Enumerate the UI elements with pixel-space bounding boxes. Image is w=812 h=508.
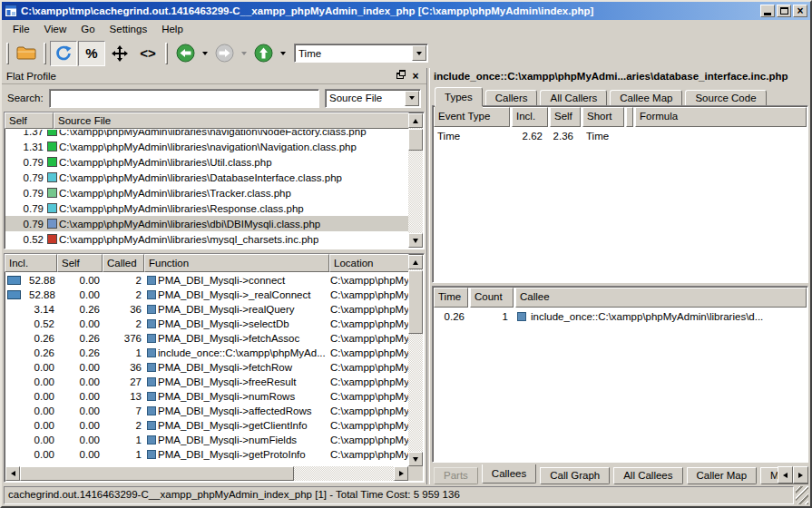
back-dropdown-button[interactable] xyxy=(200,41,210,66)
scrollbar-thumb[interactable] xyxy=(20,466,294,481)
forward-dropdown-button[interactable] xyxy=(239,41,249,66)
tab-source-code[interactable]: Source Code xyxy=(685,90,766,105)
source-file-row[interactable]: 0.79 C:\xampp\phpMyAdmin\libraries\Util.… xyxy=(5,154,408,170)
toolbar-handle-3[interactable] xyxy=(165,43,168,64)
function-row[interactable]: 52.88 0.00 2 PMA_DBI_Mysqli->connect C:\… xyxy=(5,273,408,288)
forward-button[interactable] xyxy=(210,41,238,66)
column-header-incl[interactable]: Incl. xyxy=(5,254,57,272)
detect-cycles-button[interactable] xyxy=(50,41,77,66)
scrollbar-thumb[interactable] xyxy=(408,270,423,334)
source-file-row[interactable]: 0.52 C:\xampp\phpMyAdmin\libraries\mysql… xyxy=(5,231,408,247)
source-file-row[interactable]: 1.37 C:\xampp\phpMyAdmin\libraries\navig… xyxy=(5,130,408,139)
column-header-function[interactable]: Function xyxy=(144,254,329,272)
toolbar-handle[interactable] xyxy=(6,43,9,64)
source-path: C:\xampp\phpMyAdmin\libraries\DatabaseIn… xyxy=(59,172,342,183)
function-row[interactable]: 0.52 0.00 2 PMA_DBI_Mysqli->selectDb C:\… xyxy=(5,317,408,331)
toolbar-handle-2[interactable] xyxy=(44,43,46,64)
column-header-location[interactable]: Location xyxy=(329,254,409,272)
function-row[interactable]: 52.88 0.00 2 PMA_DBI_Mysqli->_realConnec… xyxy=(5,288,408,302)
move-arrows-button[interactable] xyxy=(106,41,133,66)
vertical-scrollbar[interactable] xyxy=(408,113,423,248)
horizontal-scrollbar[interactable] xyxy=(5,466,408,481)
back-button[interactable] xyxy=(171,41,199,66)
function-row[interactable]: 0.00 0.00 7 PMA_DBI_Mysqli->affectedRows… xyxy=(5,404,408,418)
scroll-up-button[interactable] xyxy=(408,255,423,269)
column-header-self[interactable]: Self xyxy=(57,254,103,272)
column-header-callee[interactable]: Callee xyxy=(515,288,807,308)
resize-grip[interactable] xyxy=(796,486,808,504)
tab-parts[interactable]: Parts xyxy=(434,467,478,484)
column-header-self[interactable]: Self xyxy=(5,112,54,129)
scroll-down-button[interactable] xyxy=(408,452,423,466)
call-count: 1 xyxy=(468,311,512,322)
function-row[interactable]: 0.00 0.00 13 PMA_DBI_Mysqli->numRows C:\… xyxy=(5,389,408,404)
function-row[interactable]: 0.00 0.00 1 PMA_DBI_Mysqli->getProtoInfo… xyxy=(5,447,408,462)
combo-dropdown-button[interactable] xyxy=(405,91,419,106)
source-file-row[interactable]: 0.79 C:\xampp\phpMyAdmin\libraries\Respo… xyxy=(5,200,408,216)
function-row[interactable]: 0.26 0.26 1 include_once::C:\xampp\phpMy… xyxy=(5,346,408,360)
scroll-right-button[interactable] xyxy=(394,466,408,481)
incl-cost: 0.00 xyxy=(5,449,58,460)
function-row[interactable]: 0.00 0.00 27 PMA_DBI_Mysqli->freeResult … xyxy=(5,375,408,389)
tab-all-callers[interactable]: All Callers xyxy=(540,90,607,105)
source-file-row[interactable]: 0.79 C:\xampp\phpMyAdmin\libraries\Track… xyxy=(5,185,408,200)
relative-percent-button[interactable]: % xyxy=(78,41,105,66)
menu-go[interactable]: Go xyxy=(73,22,102,36)
title-bar[interactable]: C:\xampp\tmp\cachegrind.out.1416463299-C… xyxy=(2,2,810,20)
scroll-down-button[interactable] xyxy=(408,233,423,248)
source-file-row[interactable]: 0.79 C:\xampp\phpMyAdmin\libraries\Datab… xyxy=(5,170,408,185)
function-row[interactable]: 0.00 0.00 2 PMA_DBI_Mysqli->getClientInf… xyxy=(5,418,408,433)
column-header-short[interactable]: Short xyxy=(582,107,624,127)
tab-types[interactable]: Types xyxy=(435,87,483,106)
event-type-combo[interactable]: Time xyxy=(294,44,428,63)
column-header-formula[interactable]: Formula xyxy=(635,107,807,127)
menu-help[interactable]: Help xyxy=(154,22,191,36)
tab-all-callees[interactable]: All Callees xyxy=(613,467,682,484)
function-row[interactable]: 0.00 0.00 1 PMA_DBI_Mysqli->numFields C:… xyxy=(5,433,408,447)
open-file-button[interactable] xyxy=(13,41,40,66)
tab-callee-map[interactable]: Callee Map xyxy=(610,90,682,105)
tab-scroll-right-button[interactable] xyxy=(793,466,808,484)
column-header-time[interactable]: Time xyxy=(434,288,468,308)
up-dropdown-button[interactable] xyxy=(278,41,288,66)
function-row[interactable]: 0.00 0.00 36 PMA_DBI_Mysqli->fetchRow C:… xyxy=(5,360,408,375)
function-row[interactable]: 0.26 0.26 376 PMA_DBI_Mysqli->fetchAssoc… xyxy=(5,331,408,346)
column-header-incl[interactable]: Incl. xyxy=(512,107,548,127)
shorten-templates-button[interactable]: <> xyxy=(134,41,161,66)
source-file-row[interactable]: 0.52 C:\xampp\phpMyAdmin\libraries\user_… xyxy=(5,247,408,248)
menu-settings[interactable]: Settings xyxy=(103,22,155,36)
column-header-event-type[interactable]: Event Type xyxy=(434,107,510,127)
grouping-combo[interactable]: Source File xyxy=(325,89,421,108)
maximize-button[interactable] xyxy=(777,5,791,17)
tab-call-graph[interactable]: Call Graph xyxy=(540,467,610,484)
column-header-self[interactable]: Self xyxy=(550,107,581,127)
column-header-called[interactable]: Called xyxy=(103,254,144,272)
source-file-row[interactable]: 1.31 C:\xampp\phpMyAdmin\libraries\navig… xyxy=(5,139,408,154)
scrollbar-thumb[interactable] xyxy=(408,129,423,151)
menu-view[interactable]: View xyxy=(37,22,74,36)
source-file-row-selected[interactable]: 0.79 C:\xampp\phpMyAdmin\libraries\dbi\D… xyxy=(5,216,408,231)
vertical-scrollbar[interactable] xyxy=(408,255,423,466)
tab-caller-map[interactable]: Caller Map xyxy=(687,467,758,484)
self-cost: 1.31 xyxy=(5,142,47,152)
tab-callers[interactable]: Callers xyxy=(485,90,538,105)
tab-scroll-left-button[interactable] xyxy=(778,466,793,484)
column-header-source-file[interactable]: Source File xyxy=(54,112,409,129)
event-type-row[interactable]: Time 2.62 2.36 Time xyxy=(433,128,807,144)
combo-dropdown-button[interactable] xyxy=(412,45,426,61)
up-button[interactable] xyxy=(249,41,277,66)
float-dock-button[interactable] xyxy=(394,70,406,82)
scroll-up-button[interactable] xyxy=(408,113,423,128)
close-button[interactable]: × xyxy=(793,5,807,17)
function-row[interactable]: 3.14 0.26 36 PMA_DBI_Mysqli->realQuery C… xyxy=(5,302,408,317)
callee-row[interactable]: 0.26 1 include_once::C:\xampp\phpMyAdmin… xyxy=(433,308,807,325)
dropdown-arrow-icon xyxy=(202,52,208,55)
column-header-count[interactable]: Count xyxy=(470,288,514,308)
menu-file[interactable]: File xyxy=(5,22,37,36)
scroll-left-button[interactable] xyxy=(5,466,20,481)
tab-callees[interactable]: Callees xyxy=(482,464,536,484)
function-name: PMA_DBI_Mysqli->_realConnect xyxy=(158,289,310,300)
search-input[interactable] xyxy=(49,89,319,108)
minimize-button[interactable] xyxy=(760,5,775,17)
close-dock-button[interactable]: × xyxy=(409,70,422,82)
